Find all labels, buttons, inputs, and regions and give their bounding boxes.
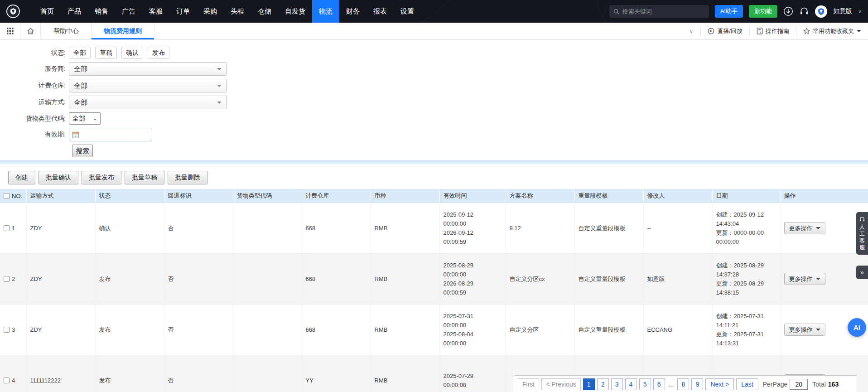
- nav-item-7[interactable]: 头程: [224, 0, 251, 23]
- page-button-9[interactable]: 9: [691, 378, 703, 390]
- table-row: 3ZDY发布否668RMB2025-07-3100:00:002025-08-0…: [0, 305, 868, 355]
- page-button-2[interactable]: 2: [597, 378, 609, 390]
- per-page-input[interactable]: [790, 379, 808, 390]
- operation-guide-label: 操作指南: [766, 27, 789, 35]
- collapse-tabs-icon[interactable]: ∨: [682, 28, 701, 34]
- nav-item-1[interactable]: 产品: [61, 0, 88, 23]
- row-checkbox[interactable]: [4, 327, 10, 333]
- nav-item-10[interactable]: 物流: [312, 0, 339, 23]
- live-replay-link[interactable]: 直播/回放: [700, 26, 749, 36]
- operation-guide-link[interactable]: 操作指南: [749, 26, 796, 36]
- row-actions-cell: 更多操作: [780, 254, 868, 305]
- action-button-3[interactable]: 批量草稿: [125, 171, 164, 184]
- action-button-1[interactable]: 批量确认: [39, 171, 78, 184]
- row-valid-time: 2025-09-1200:00:002026-09-1200:00:59: [439, 203, 506, 254]
- nav-item-4[interactable]: 客服: [142, 0, 169, 23]
- column-header-7: 有效时间: [439, 189, 506, 203]
- nav-item-8[interactable]: 仓储: [251, 0, 278, 23]
- search-button[interactable]: 搜索: [72, 145, 93, 157]
- cargo-type-select[interactable]: 全部 ⌄: [69, 112, 101, 125]
- home-icon[interactable]: [20, 23, 41, 39]
- favorites-link[interactable]: 常用功能收藏夹: [796, 26, 868, 36]
- table-row: 2ZDY发布否668RMB2025-08-2900:00:002026-08-2…: [0, 254, 868, 305]
- row-transport: ZDY: [26, 203, 95, 254]
- chevron-down-icon: [217, 68, 222, 73]
- nav-item-13[interactable]: 设置: [394, 0, 421, 23]
- page-button-1[interactable]: 1: [583, 378, 595, 390]
- column-header-12: 操作: [780, 189, 868, 203]
- nav-item-2[interactable]: 销售: [88, 0, 115, 23]
- app-logo[interactable]: [6, 5, 20, 18]
- nav-item-11[interactable]: 财务: [339, 0, 366, 23]
- apps-grid-icon[interactable]: [0, 23, 20, 39]
- more-actions-button[interactable]: 更多操作: [784, 273, 825, 285]
- more-actions-button[interactable]: 更多操作: [784, 324, 825, 336]
- status-label: 状态:: [0, 49, 69, 57]
- first-page-button[interactable]: First: [518, 378, 539, 390]
- nav-item-6[interactable]: 采购: [197, 0, 224, 23]
- search-icon: [613, 9, 619, 15]
- nav-item-9[interactable]: 自发货: [278, 0, 312, 23]
- tab-1[interactable]: 物流费用规则: [92, 23, 154, 39]
- tab-0[interactable]: 帮助中心: [41, 23, 92, 39]
- nav-item-0[interactable]: 首页: [34, 0, 61, 23]
- filter-panel: 状态: 全部草稿确认发布 服务商:全部计费仓库:全部运输方式:全部 货物类型代码…: [0, 40, 868, 166]
- more-actions-label: 更多操作: [789, 326, 813, 334]
- page-numbers: 123456...89: [583, 378, 704, 390]
- validity-row: 有效期:: [0, 128, 868, 141]
- row-valid-time: 2025-07-2900:00:00: [439, 355, 506, 392]
- nav-item-3[interactable]: 广告: [115, 0, 142, 23]
- status-option-3[interactable]: 发布: [148, 47, 169, 59]
- row-checkbox[interactable]: [4, 225, 10, 231]
- page-button-8[interactable]: 8: [677, 378, 689, 390]
- row-date: 创建：2025-09-1214:43:04更新：0000-00-0000:00:…: [712, 203, 780, 254]
- row-warehouse: 668: [302, 203, 371, 254]
- validity-date-input[interactable]: [69, 128, 152, 141]
- status-option-2[interactable]: 确认: [121, 47, 143, 59]
- user-name[interactable]: 如意版: [833, 7, 852, 15]
- filter-dropdown-0[interactable]: 全部: [69, 62, 227, 76]
- page-button-6[interactable]: 6: [653, 378, 665, 390]
- column-header-6: 币种: [371, 189, 439, 203]
- global-search[interactable]: [609, 5, 709, 18]
- previous-page-button[interactable]: < Previous: [541, 378, 581, 390]
- row-cargo-type: [233, 355, 302, 392]
- row-plan-name: 9.12: [506, 203, 574, 254]
- filter-dropdown-2[interactable]: 全部: [69, 96, 227, 109]
- select-all-checkbox[interactable]: [4, 193, 10, 199]
- nav-item-5[interactable]: 订单: [169, 0, 197, 23]
- row-rollback: 否: [164, 305, 233, 355]
- next-page-button[interactable]: Next >: [705, 378, 734, 390]
- filter-dropdown-1[interactable]: 全部: [69, 79, 227, 92]
- expand-panel-button[interactable]: »: [856, 266, 868, 279]
- download-icon[interactable]: [783, 6, 793, 16]
- new-feature-button[interactable]: 新功能: [749, 5, 777, 18]
- page-button-3[interactable]: 3: [611, 378, 623, 390]
- avatar[interactable]: [815, 5, 827, 18]
- status-option-0[interactable]: 全部: [69, 47, 91, 59]
- more-actions-button[interactable]: 更多操作: [784, 222, 825, 234]
- column-header-11: 日期: [712, 189, 780, 203]
- row-checkbox[interactable]: [4, 276, 10, 282]
- headset-icon[interactable]: [799, 6, 809, 16]
- action-button-4[interactable]: 批量删除: [168, 171, 207, 184]
- nav-item-12[interactable]: 报表: [366, 0, 394, 23]
- action-button-0[interactable]: 创建: [8, 171, 35, 184]
- row-checkbox[interactable]: [4, 377, 10, 383]
- more-actions-label: 更多操作: [789, 224, 813, 232]
- last-page-button[interactable]: Last: [736, 378, 758, 390]
- ai-float-button[interactable]: AI: [848, 318, 866, 337]
- live-support-tab[interactable]: 人工客服: [856, 212, 868, 255]
- page-button-5[interactable]: 5: [639, 378, 651, 390]
- chevron-down-icon[interactable]: ∨: [858, 9, 862, 15]
- main-menu: 首页产品销售广告客服订单采购头程仓储自发货物流财务报表设置: [34, 0, 421, 23]
- favorites-label: 常用功能收藏夹: [813, 27, 854, 35]
- page-button-4[interactable]: 4: [625, 378, 637, 390]
- chevron-down-icon: [217, 85, 222, 89]
- row-select-cell: 2: [0, 254, 26, 305]
- status-option-1[interactable]: 草稿: [95, 47, 117, 59]
- action-button-2[interactable]: 批量发布: [82, 171, 121, 184]
- search-input[interactable]: [622, 8, 699, 15]
- ai-assistant-button[interactable]: AI助手: [715, 5, 743, 18]
- row-rollback: 否: [164, 203, 233, 254]
